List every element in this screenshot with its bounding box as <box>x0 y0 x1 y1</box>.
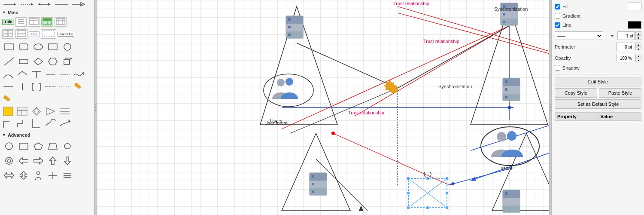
line-color-box[interactable] <box>628 21 641 29</box>
arrow-right-adv[interactable] <box>31 155 45 167</box>
rect-shape[interactable] <box>2 41 16 53</box>
cross-adv[interactable] <box>46 169 60 181</box>
svg-marker-74 <box>4 172 14 178</box>
perimeter-down[interactable]: ▼ <box>635 47 641 51</box>
title-shape[interactable]: Title <box>2 19 14 25</box>
fill-checkbox[interactable] <box>555 4 560 9</box>
diamond-shape[interactable] <box>31 55 45 68</box>
grid-shape-1[interactable] <box>2 29 14 39</box>
curve-shape[interactable] <box>2 70 14 80</box>
table-shape-1[interactable] <box>28 17 40 27</box>
arrow-item-3[interactable] <box>38 1 51 8</box>
ellipse-shape[interactable] <box>31 41 45 53</box>
arrow-up-adv[interactable] <box>46 155 60 167</box>
svg-point-84 <box>95 110 97 111</box>
svg-rect-125 <box>505 96 507 98</box>
link-shape[interactable]: Link <box>29 31 39 37</box>
svg-line-90 <box>282 26 509 129</box>
rounded-rect2-shape[interactable] <box>17 55 30 68</box>
rounded-rect-shape[interactable] <box>17 41 30 53</box>
wave-shape[interactable] <box>73 70 85 80</box>
corner-shape[interactable] <box>2 118 14 129</box>
long-dash-shape[interactable] <box>45 82 57 92</box>
dotted-shape[interactable] <box>59 82 71 92</box>
svg-marker-58 <box>47 108 55 115</box>
empty-shape1 <box>75 41 89 53</box>
play-shape[interactable] <box>45 106 57 117</box>
table-shape-3[interactable] <box>55 17 67 27</box>
gradient-checkbox[interactable] <box>555 13 560 18</box>
person-adv[interactable] <box>31 169 45 181</box>
arrow-item-1[interactable] <box>3 1 16 8</box>
lines-shape[interactable] <box>59 106 71 117</box>
grid-shape-2[interactable] <box>15 29 27 39</box>
v-line-shape[interactable] <box>16 82 28 92</box>
pentagon-adv[interactable] <box>31 140 45 152</box>
bracket-shape[interactable] <box>30 82 43 92</box>
opacity-input[interactable] <box>616 54 633 62</box>
set-default-button[interactable]: Set as Default Style <box>555 99 641 109</box>
svg-point-150 <box>407 191 410 195</box>
svg-rect-34 <box>49 44 57 50</box>
line-style-select[interactable]: —— - - - · · · <box>555 31 603 40</box>
dashed-shape[interactable] <box>41 29 56 39</box>
advanced-section-header[interactable]: ▼ Advanced <box>0 131 94 139</box>
gear-icon-1[interactable] <box>73 82 85 92</box>
film-shape[interactable] <box>30 106 43 117</box>
stadium-adv[interactable] <box>61 140 74 152</box>
gear-icon-2[interactable] <box>2 94 14 104</box>
ud-arrow-adv[interactable] <box>17 169 30 181</box>
angle-shape[interactable] <box>16 70 28 80</box>
line-checkbox[interactable] <box>555 22 560 28</box>
circle-adv[interactable] <box>2 140 16 152</box>
arrow-down-adv[interactable] <box>61 155 74 167</box>
actor-shape[interactable] <box>16 106 28 117</box>
arrow2-shape[interactable] <box>59 118 71 129</box>
list-shape[interactable] <box>15 17 27 27</box>
line-width-up[interactable]: ▲ <box>635 31 641 36</box>
misc-section-header[interactable]: ▼ Misc <box>0 9 94 16</box>
s-shape[interactable] <box>45 118 57 129</box>
trapezoid-adv[interactable] <box>46 140 60 152</box>
diag-line-shape[interactable] <box>2 55 16 68</box>
minus-shape[interactable] <box>2 82 14 92</box>
paste-style-button[interactable]: Paste Style <box>599 88 641 98</box>
arrow-left-adv[interactable] <box>17 155 30 167</box>
fill-color-box[interactable] <box>628 3 641 10</box>
arrow-item-4[interactable] <box>55 1 68 8</box>
arrow-item-5[interactable] <box>72 1 85 8</box>
table-shape-2[interactable] <box>41 17 53 27</box>
header-shape[interactable]: header foo <box>58 32 74 37</box>
circle-shape[interactable] <box>61 41 74 53</box>
property-col-header: Property <box>555 113 598 120</box>
opacity-down[interactable]: ▼ <box>635 58 641 62</box>
arrow-item-2[interactable] <box>21 1 33 8</box>
step-shape[interactable] <box>16 118 28 129</box>
t-shape[interactable] <box>30 70 43 80</box>
advanced-grid-2 <box>0 154 94 168</box>
rect-adv[interactable] <box>17 140 30 152</box>
line-style-dropdown-icon[interactable] <box>609 31 615 40</box>
shadow-checkbox[interactable] <box>555 65 560 71</box>
opacity-up[interactable]: ▲ <box>635 54 641 58</box>
circle2-adv[interactable] <box>2 155 16 167</box>
edit-style-button[interactable]: Edit Style <box>555 77 641 86</box>
cube-shape[interactable] <box>61 55 74 68</box>
copy-style-button[interactable]: Copy Style <box>555 88 597 98</box>
text-shapes-row2: Link header foo <box>0 28 94 40</box>
svg-point-69 <box>7 159 11 163</box>
h-line-shape[interactable] <box>45 70 57 80</box>
svg-rect-30 <box>43 31 55 37</box>
perimeter-up[interactable]: ▲ <box>635 43 641 47</box>
perimeter-input[interactable] <box>616 43 633 51</box>
lr-arrow-adv[interactable] <box>2 169 16 181</box>
hex-shape[interactable] <box>46 55 60 68</box>
note-shape[interactable] <box>2 106 14 117</box>
bracket2-shape[interactable] <box>30 118 43 129</box>
rect2-shape[interactable] <box>46 41 60 53</box>
line-width-input[interactable] <box>617 31 635 40</box>
lines2-adv[interactable] <box>61 169 74 181</box>
dash-shape[interactable] <box>59 70 71 80</box>
line-width-down[interactable]: ▼ <box>635 36 641 40</box>
main-canvas[interactable]: Trust relationship Trust relationship Tr… <box>97 0 549 215</box>
